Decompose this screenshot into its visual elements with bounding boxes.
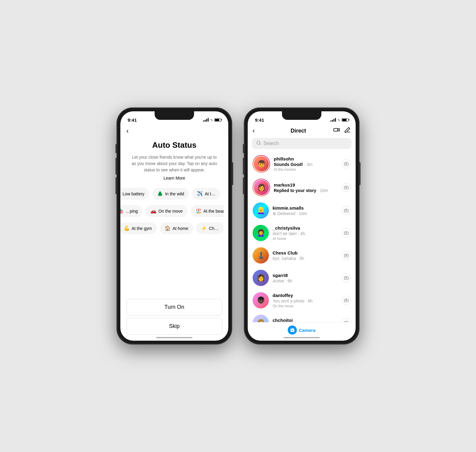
message-item[interactable]: 👩 sgarri8 Active · 6h (248, 267, 356, 289)
camera-button[interactable] (342, 159, 351, 168)
home-indicator (156, 337, 193, 338)
chip-label: At t… (205, 191, 215, 196)
chip-shopping[interactable]: 🛍️ …ping (120, 205, 142, 217)
svg-point-8 (346, 277, 347, 278)
message-preview: lrjvr: hahaha · 5h (273, 256, 338, 261)
status-time: 9:41 (255, 117, 264, 123)
messages-list: 👦 phillsohn Sounds Good! · 3m At the mov… (248, 152, 356, 322)
status-icons: ∿ (203, 118, 221, 122)
username: dantoffey (273, 293, 338, 298)
volume-down-button[interactable] (116, 177, 117, 194)
svg-point-5 (346, 210, 347, 211)
learn-more-link[interactable]: Learn More (163, 176, 185, 180)
message-content: _christysilva don't be late! · 4h At hom… (273, 225, 338, 241)
chip-label: In the wild (165, 191, 184, 196)
message-preview: You sent a photo · 6h (273, 299, 338, 303)
chip-label: At home (173, 226, 188, 231)
avatar: 👩 (253, 270, 269, 286)
avatar: 👦 (253, 156, 270, 172)
volume-down-button[interactable] (243, 177, 244, 194)
camera-button[interactable] (342, 273, 351, 282)
message-content: chchoitoi such a purday photo!!! · 6h (273, 318, 338, 322)
message-preview: don't be late! · 4h (273, 231, 338, 236)
chip-low-battery[interactable]: 🔋 Low battery (120, 188, 149, 200)
chip-label: On the move (158, 209, 183, 214)
power-button[interactable] (359, 162, 360, 185)
chip-at-traveling[interactable]: ✈️ At t… (192, 188, 220, 200)
message-preview: Sounds Good! · 3m (274, 162, 338, 167)
svg-point-6 (346, 232, 347, 234)
chip-at-home[interactable]: 🏠 At home (160, 222, 193, 234)
message-item[interactable]: 👦🏿 dantoffey You sent a photo · 6h On th… (248, 289, 356, 312)
message-item[interactable]: ♟️ Chess Club lrjvr: hahaha · 5h (248, 244, 356, 267)
flex-emoji: 💪 (124, 225, 130, 231)
chip-label: Ch… (209, 226, 219, 231)
chip-label: …ping (126, 209, 138, 214)
message-content: markus19 Replied to your story · 10m (274, 182, 338, 193)
chips-row-2: 🛍️ …ping 🚗 On the move 🏖️ At the beac… (120, 204, 224, 218)
back-button[interactable]: ‹ (253, 127, 263, 135)
video-call-icon[interactable] (333, 126, 340, 135)
wifi-icon: ∿ (337, 118, 340, 122)
beach-emoji: 🏖️ (196, 208, 202, 214)
username: _christysilva (273, 225, 338, 231)
status-label: At the movies (274, 167, 338, 172)
camera-button[interactable] (342, 183, 351, 192)
volume-up-button[interactable] (116, 158, 117, 174)
message-item[interactable]: 👩‍🦱 _christysilva don't be late! · 4h At… (248, 222, 356, 244)
mute-button[interactable] (243, 144, 244, 153)
svg-point-3 (346, 163, 347, 164)
camera-button[interactable] (342, 318, 351, 322)
description-text: Let your close friends know what you're … (129, 154, 219, 173)
turn-on-button[interactable]: Turn On (126, 299, 222, 315)
camera-bottom-button[interactable]: Camera (288, 326, 315, 335)
right-phone: 9:41 ∿ ‹ Direct (244, 108, 359, 344)
username: chchoitoi (273, 318, 338, 322)
message-item[interactable]: 👩 markus19 Replied to your story · 10m (248, 176, 356, 199)
svg-point-9 (346, 300, 347, 301)
camera-label: Camera (299, 328, 315, 333)
back-button[interactable]: ‹ (120, 125, 136, 137)
status-time: 9:41 (128, 117, 137, 123)
notch (282, 111, 321, 120)
message-content: Chess Club lrjvr: hahaha · 5h (273, 250, 338, 261)
header-action-buttons (333, 126, 351, 135)
message-item[interactable]: 👦 phillsohn Sounds Good! · 3m At the mov… (248, 152, 356, 176)
bag-emoji: 🛍️ (120, 208, 124, 214)
message-item[interactable]: 👱‍♀️ kimmie.smalls ⊕ Delivered · 10m (248, 199, 356, 222)
camera-button[interactable] (342, 206, 351, 215)
avatar-ring: 👩 (253, 179, 270, 196)
camera-button[interactable] (342, 296, 351, 305)
wifi-icon: ∿ (210, 118, 213, 122)
status-label: At home (273, 237, 338, 241)
chip-charging[interactable]: ⚡ Ch… (196, 222, 223, 234)
skip-button[interactable]: Skip (126, 318, 222, 335)
search-bar[interactable]: Search (252, 138, 351, 149)
chip-label: At the gym (132, 226, 152, 231)
svg-rect-0 (334, 128, 338, 131)
message-content: dantoffey You sent a photo · 6h On the m… (273, 293, 338, 308)
svg-line-2 (260, 144, 260, 145)
status-chips-container: 🔋 Low battery 🌲 In the wild ✈️ At t… (120, 187, 224, 296)
message-item[interactable]: 👩🏼 chchoitoi such a purday photo!!! · 6h (248, 312, 356, 322)
message-content: kimmie.smalls ⊕ Delivered · 10m (273, 205, 338, 216)
screen-title: Direct (290, 128, 306, 134)
username: phillsohn (274, 156, 338, 161)
chip-in-the-wild[interactable]: 🌲 In the wild (152, 188, 189, 200)
camera-button[interactable] (342, 228, 351, 238)
chip-on-the-move[interactable]: 🚗 On the move (146, 205, 187, 217)
page-title: Auto Status (152, 140, 196, 150)
camera-button[interactable] (342, 251, 351, 260)
volume-up-button[interactable] (243, 158, 244, 174)
chip-at-beach[interactable]: 🏖️ At the beac… (191, 205, 224, 217)
power-button[interactable] (232, 162, 233, 185)
home-indicator (283, 337, 320, 338)
search-input[interactable]: Search (263, 141, 279, 146)
avatar-ring: 👦 (253, 155, 270, 173)
compose-icon[interactable] (344, 126, 351, 135)
mute-button[interactable] (116, 144, 117, 153)
chip-at-gym[interactable]: 💪 At the gym (120, 222, 157, 234)
chip-label: At the beac… (203, 209, 224, 214)
username: sgarri8 (273, 273, 338, 278)
left-phone: 9:41 ∿ ‹ Auto Status Let your close frie… (117, 108, 232, 344)
